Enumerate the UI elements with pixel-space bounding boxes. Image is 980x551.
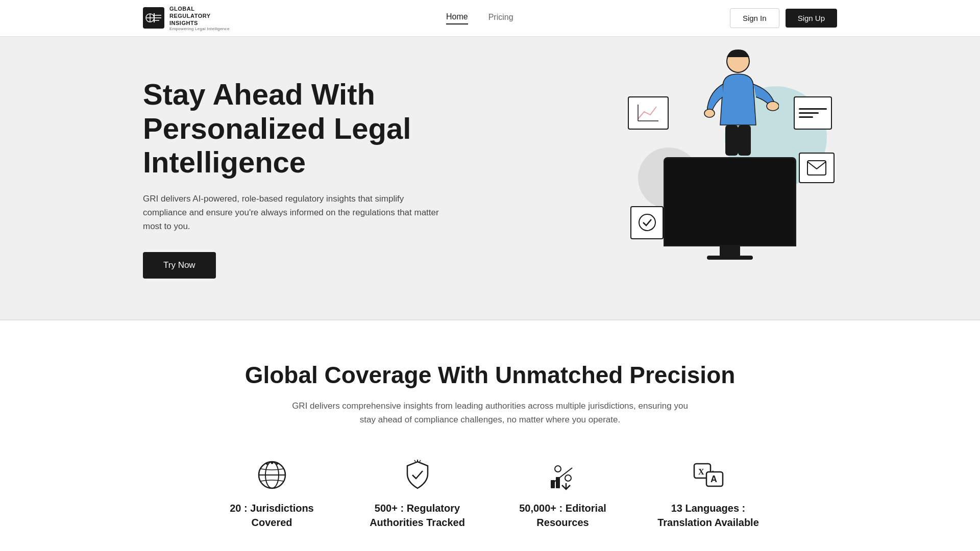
- svg-point-27: [565, 475, 571, 481]
- svg-text:A: A: [710, 474, 717, 484]
- hero-section: Stay Ahead With Personalized Legal Intel…: [0, 37, 980, 319]
- email-card: [799, 153, 835, 183]
- logo-icon: [143, 7, 164, 29]
- brand-tagline: Empowering Legal Intelligence: [169, 27, 230, 31]
- svg-line-24: [414, 460, 415, 462]
- stat-authorities-label: 500+ : Regulatory Authorities Tracked: [355, 501, 480, 530]
- stat-authorities: 500+ : Regulatory Authorities Tracked: [355, 457, 480, 530]
- coverage-description: GRI delivers comprehensive insights from…: [286, 399, 694, 427]
- coverage-title: Global Coverage With Unmatched Precision: [143, 361, 837, 389]
- hero-illustration: [623, 86, 837, 270]
- svg-point-20: [271, 462, 273, 464]
- stat-languages-label: 13 Languages : Translation Available: [646, 501, 771, 530]
- chart-down-icon: [545, 457, 581, 493]
- signup-button[interactable]: Sign Up: [786, 9, 837, 28]
- shield-check-icon: [400, 457, 435, 493]
- svg-rect-13: [725, 125, 738, 156]
- svg-rect-14: [738, 125, 751, 156]
- svg-line-25: [420, 460, 421, 462]
- stats-grid: 20 : Jurisdictions Covered 500+ : Regula…: [209, 457, 771, 530]
- svg-point-16: [639, 214, 655, 231]
- stat-jurisdictions-label: 20 : Jurisdictions Covered: [209, 501, 334, 530]
- figure-illustration: [697, 46, 779, 170]
- stat-resources-label: 50,000+ : Editorial Resources: [500, 501, 625, 530]
- svg-point-21: [266, 463, 268, 465]
- svg-point-12: [767, 102, 779, 111]
- nav-actions: Sign In Sign Up: [730, 8, 837, 28]
- nav-home[interactable]: Home: [446, 12, 468, 24]
- svg-rect-15: [807, 161, 826, 175]
- signin-button[interactable]: Sign In: [730, 8, 779, 28]
- nav-pricing[interactable]: Pricing: [488, 13, 513, 24]
- coverage-section: Global Coverage With Unmatched Precision…: [0, 320, 980, 551]
- brand-name: GLOBAL REGULATORY INSIGHTS: [169, 5, 230, 27]
- svg-rect-30: [551, 480, 555, 488]
- stat-languages: X A 13 Languages : Translation Available: [646, 457, 771, 530]
- navbar: GLOBAL REGULATORY INSIGHTS Empowering Le…: [0, 0, 980, 37]
- globe-icon: [254, 457, 290, 493]
- translate-icon: X A: [691, 457, 726, 493]
- try-now-button[interactable]: Try Now: [143, 252, 216, 279]
- stat-resources: 50,000+ : Editorial Resources: [500, 457, 625, 530]
- hero-content: Stay Ahead With Personalized Legal Intel…: [143, 78, 500, 279]
- logo-text: GLOBAL REGULATORY INSIGHTS Empowering Le…: [169, 5, 230, 32]
- monitor: [664, 157, 796, 260]
- nav-links: Home Pricing: [446, 12, 513, 24]
- svg-point-11: [704, 109, 715, 117]
- lines-card: [794, 96, 832, 130]
- stat-jurisdictions: 20 : Jurisdictions Covered: [209, 457, 334, 530]
- logo: GLOBAL REGULATORY INSIGHTS Empowering Le…: [143, 5, 230, 32]
- hero-title: Stay Ahead With Personalized Legal Intel…: [143, 78, 500, 180]
- chart-card: [628, 96, 669, 130]
- svg-text:X: X: [698, 467, 704, 476]
- hero-description: GRI delivers AI-powered, role-based regu…: [143, 192, 439, 234]
- check-card: [630, 206, 664, 239]
- svg-rect-31: [556, 477, 560, 488]
- svg-point-22: [276, 463, 278, 465]
- svg-point-26: [555, 466, 561, 472]
